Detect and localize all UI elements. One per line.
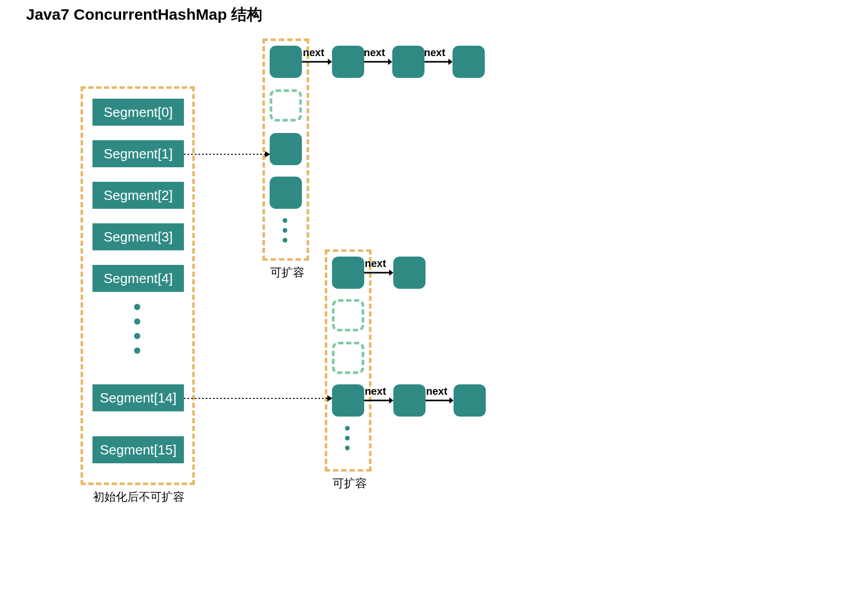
segment-0: Segment[0] [92,99,184,126]
bucket1-entry-2 [270,133,302,165]
bucket1-entry-3 [270,177,302,209]
bucket1-empty-1 [270,89,302,122]
arrow-2c [426,397,454,404]
bucket1-entry-0 [270,46,302,78]
next-label-1c: next [424,47,445,59]
bucket2-chain3-node-2 [454,384,486,417]
segment-array-caption: 初始化后不可扩容 [92,489,185,505]
bucket2-empty-2 [332,342,364,374]
bucket1-chain-node-3 [453,46,485,78]
svg-marker-5 [448,59,453,65]
arrow-2a [364,269,393,276]
segment-14: Segment[14] [92,384,184,411]
bucket1-caption: 可扩容 [269,265,306,280]
segment-ellipsis [134,304,140,354]
bucket2-entry-0 [332,257,364,289]
pointer-seg1-to-bucket1 [184,151,270,158]
svg-marker-9 [389,270,393,276]
arrow-1b [364,58,392,65]
next-label-2c: next [426,385,447,397]
bucket1-chain-node-1 [332,46,364,78]
svg-marker-3 [388,59,392,65]
pointer-seg14-to-bucket2 [184,395,333,402]
bucket2-ellipsis [345,426,350,450]
next-label-1b: next [364,47,385,59]
svg-marker-15 [327,395,333,401]
segment-4: Segment[4] [92,265,184,292]
diagram-title: Java7 ConcurrentHashMap 结构 [26,4,262,25]
bucket1-ellipsis [283,218,287,243]
bucket2-entry-3 [332,384,364,417]
svg-marker-11 [389,397,393,404]
svg-marker-13 [449,397,454,404]
segment-2: Segment[2] [92,182,184,209]
segment-1: Segment[1] [92,140,184,167]
arrow-1a [302,58,332,65]
next-label-2b: next [365,385,386,397]
next-label-1a: next [303,47,324,59]
bucket2-empty-1 [332,299,364,331]
arrow-2b [364,397,393,404]
bucket2-chain0-node-1 [393,257,426,289]
arrow-1c [424,58,453,65]
segment-15: Segment[15] [92,436,184,463]
bucket2-chain3-node-1 [393,384,426,417]
bucket1-chain-node-2 [392,46,424,78]
svg-marker-7 [265,151,270,157]
segment-3: Segment[3] [92,223,184,250]
svg-marker-1 [328,59,332,65]
bucket2-caption: 可扩容 [331,476,368,491]
next-label-2a: next [365,258,386,270]
